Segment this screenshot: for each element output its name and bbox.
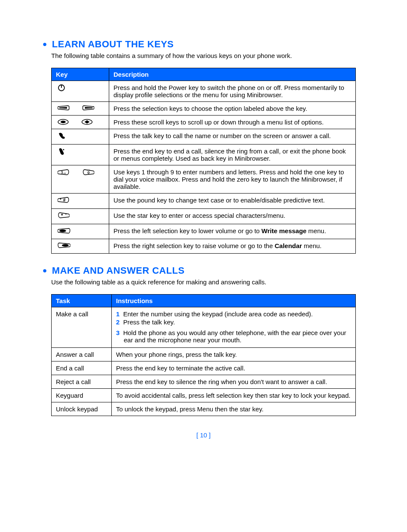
desc-cell: Press and hold the Power key to switch t… — [109, 81, 356, 102]
svg-point-3 — [61, 121, 66, 123]
svg-point-15 — [62, 244, 69, 247]
step-text: Press the talk key. — [123, 318, 175, 326]
desc-text: menu. — [302, 242, 322, 249]
table-row: Press the talk key to call the name or n… — [52, 129, 356, 145]
section2-title: MAKE AND ANSWER CALLS — [52, 265, 185, 276]
svg-point-5 — [63, 149, 64, 150]
desc-cell: Press these scroll keys to scroll up or … — [109, 116, 356, 129]
svg-text:#: # — [63, 198, 66, 202]
instr-cell: 1 Enter the number using the keypad (inc… — [112, 307, 356, 348]
step-text: Hold the phone as you would any other te… — [123, 329, 346, 344]
calls-header-instr: Instructions — [112, 295, 356, 307]
key-cell — [52, 145, 109, 165]
calls-table: Task Instructions Make a call 1 Enter th… — [51, 294, 356, 416]
task-cell: Answer a call — [52, 348, 112, 361]
instr-cell: To unlock the keypad, press Menu then th… — [112, 402, 356, 416]
table-row: Make a call 1 Enter the number using the… — [52, 307, 356, 348]
calls-table-header-row: Task Instructions — [52, 295, 356, 307]
section1-intro: The following table contains a summary o… — [51, 52, 356, 59]
step-text: Enter the number using the keypad (inclu… — [123, 310, 313, 318]
keys-table: Key Description Press and hold the Power… — [51, 68, 356, 254]
desc-cell: Press the right selection key to raise v… — [109, 239, 356, 254]
desc-bold: Calendar — [275, 242, 302, 249]
table-row: Reject a call Press the end key to silen… — [52, 375, 356, 389]
table-row: # Use the pound key to change text case … — [52, 194, 356, 209]
instr-cell: To avoid accidental calls, press left se… — [112, 389, 356, 402]
right-select-icon — [58, 242, 70, 250]
scroll-keys-icon — [58, 119, 105, 125]
svg-point-11 — [60, 199, 61, 200]
svg-text:oo: oo — [64, 172, 66, 174]
task-cell: Unlock keypad — [52, 402, 112, 416]
svg-point-14 — [59, 229, 66, 232]
page-content: • LEARN ABOUT THE KEYS The following tab… — [0, 0, 407, 456]
key-cell: 1oo 0 — [52, 165, 109, 194]
instr-cell: When your phone rings, press the talk ke… — [112, 348, 356, 361]
desc-cell: Use the star key to enter or access spec… — [109, 209, 356, 224]
key-cell — [52, 81, 109, 102]
desc-bold: Write message — [262, 227, 307, 234]
key-cell — [52, 239, 109, 254]
step-number: 2 — [116, 318, 119, 326]
table-row: Answer a call When your phone rings, pre… — [52, 348, 356, 361]
table-row: *+ Use the star key to enter or access s… — [52, 209, 356, 224]
page-number: [ 10 ] — [51, 431, 356, 439]
table-row: 1oo 0 Use keys 1 through 9 to enter numb… — [52, 165, 356, 194]
key-cell — [52, 102, 109, 116]
svg-text:+: + — [65, 212, 67, 216]
svg-text:*: * — [61, 213, 63, 219]
task-cell: End a call — [52, 361, 112, 375]
step-number: 1 — [116, 310, 119, 318]
section1-title: LEARN ABOUT THE KEYS — [52, 39, 174, 50]
step-3: 3 Hold the phone as you would any other … — [116, 329, 351, 344]
step-1: 1 Enter the number using the keypad (inc… — [116, 310, 351, 318]
power-icon — [58, 84, 65, 93]
key-cell — [52, 129, 109, 145]
section2-intro: Use the following table as a quick refer… — [51, 278, 356, 286]
keys-header-desc: Description — [109, 68, 356, 81]
table-row: Press these scroll keys to scroll up or … — [52, 116, 356, 129]
keys-table-header-row: Key Description — [52, 68, 356, 81]
task-cell: Reject a call — [52, 375, 112, 389]
keys-header-key: Key — [52, 68, 109, 81]
key-cell: # — [52, 194, 109, 209]
task-cell: Keyguard — [52, 389, 112, 402]
bullet-icon: • — [43, 265, 47, 277]
table-row: Press the left selection key to lower vo… — [52, 224, 356, 239]
desc-cell: Use the pound key to change text case or… — [109, 194, 356, 209]
table-row: Press and hold the Power key to switch t… — [52, 81, 356, 102]
star-icon: *+ — [58, 212, 70, 221]
table-row: Press the right selection key to raise v… — [52, 239, 356, 254]
left-select-icon — [58, 228, 70, 236]
selection-keys-icon — [58, 105, 105, 112]
svg-text:0: 0 — [87, 171, 90, 175]
end-icon — [58, 147, 66, 157]
talk-icon — [58, 132, 66, 141]
desc-cell: Press the end key to end a call, silence… — [109, 145, 356, 165]
table-row: Keyguard To avoid accidental calls, pres… — [52, 389, 356, 402]
task-cell: Make a call — [52, 307, 112, 348]
desc-cell: Press the talk key to call the name or n… — [109, 129, 356, 145]
key-cell — [52, 224, 109, 239]
desc-text: menu. — [306, 227, 326, 234]
desc-cell: Press the left selection key to lower vo… — [109, 224, 356, 239]
desc-cell: Press the selection keys to choose the o… — [109, 102, 356, 116]
desc-text: Press the right selection key to raise v… — [113, 242, 275, 249]
table-row: Unlock keypad To unlock the keypad, pres… — [52, 402, 356, 416]
section2-header: • MAKE AND ANSWER CALLS — [43, 265, 356, 277]
step-number: 3 — [116, 329, 119, 336]
calls-header-task: Task — [52, 295, 112, 307]
instr-cell: Press the end key to terminate the activ… — [112, 361, 356, 375]
table-row: End a call Press the end key to terminat… — [52, 361, 356, 375]
step-2: 2 Press the talk key. — [116, 318, 351, 326]
table-row: Press the selection keys to choose the o… — [52, 102, 356, 116]
number-keys-icon: 1oo 0 — [58, 168, 105, 176]
instr-cell: Press the end key to silence the ring wh… — [112, 375, 356, 389]
desc-text: Press the left selection key to lower vo… — [113, 227, 262, 234]
section1-header: • LEARN ABOUT THE KEYS — [43, 38, 356, 50]
svg-text:1: 1 — [61, 170, 63, 174]
key-cell: *+ — [52, 209, 109, 224]
key-cell — [52, 116, 109, 129]
desc-cell: Use keys 1 through 9 to enter numbers an… — [109, 165, 356, 194]
table-row: Press the end key to end a call, silence… — [52, 145, 356, 165]
